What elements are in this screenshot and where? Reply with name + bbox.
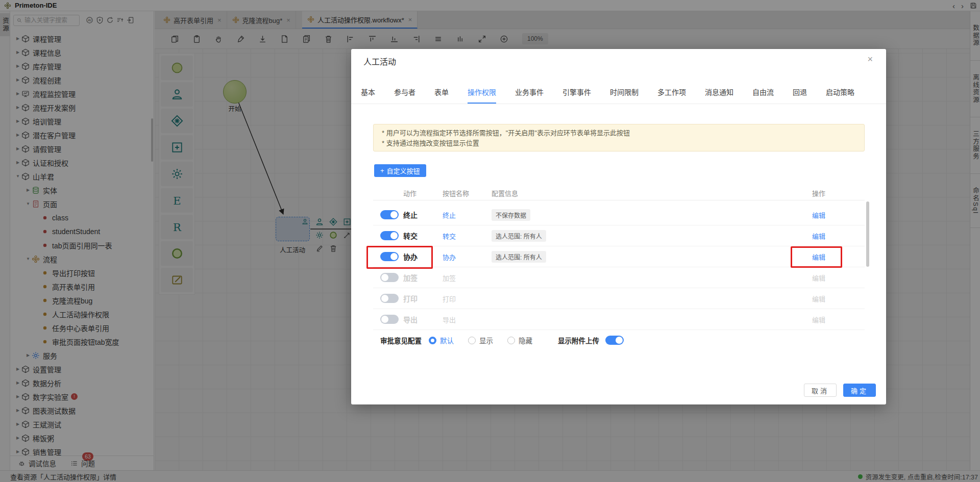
- table-row: 打印 打印 编辑: [373, 288, 865, 309]
- radio-label: 显示: [479, 335, 493, 345]
- notice-line-2: * 支持通过拖拽改变按钮显示位置: [382, 138, 856, 148]
- dialog-title: 人工活动: [363, 55, 396, 67]
- button-name-link[interactable]: 转交: [443, 231, 492, 241]
- edit-link[interactable]: 编辑: [812, 273, 865, 283]
- toggle-knob: [390, 253, 398, 260]
- dialog-tab[interactable]: 时间限制: [610, 87, 639, 104]
- action-table: 终止 终止 不保存数据 编辑 转交 转交 选人范围: 所有人 编辑 协办 协办 …: [373, 205, 865, 330]
- dialog-tab[interactable]: 基本: [361, 87, 375, 104]
- dialog-tab[interactable]: 引擎事件: [562, 87, 591, 104]
- attachment-upload-label: 显示附件上传: [558, 335, 599, 345]
- dialog-tab[interactable]: 参与者: [394, 87, 415, 104]
- dialog-tab[interactable]: 多工作项: [657, 87, 686, 104]
- dialog-tabs: 基本 参与者 表单 操作权限 业务事件 引擎事件 时间限制 多工作项 消息通知 …: [361, 87, 886, 104]
- opinion-config-label: 审批意见配置: [380, 335, 422, 345]
- enable-toggle[interactable]: [380, 315, 399, 324]
- dialog-tab[interactable]: 自由流: [752, 87, 774, 104]
- table-row: 导出 导出 编辑: [373, 309, 865, 330]
- dialog-tab[interactable]: 操作权限: [468, 87, 496, 104]
- enable-toggle[interactable]: [380, 273, 399, 282]
- enable-toggle[interactable]: [380, 231, 399, 240]
- edit-link[interactable]: 编辑: [812, 315, 865, 324]
- header-action: 动作: [403, 188, 443, 198]
- enable-toggle[interactable]: [380, 294, 399, 303]
- action-label: 打印: [403, 293, 443, 303]
- edit-link[interactable]: 编辑: [812, 294, 865, 303]
- toggle-knob: [381, 274, 388, 281]
- config-tag: 选人范围: 所有人: [492, 251, 546, 263]
- table-scrollbar[interactable]: [866, 201, 869, 267]
- edit-link[interactable]: 编辑: [812, 231, 865, 241]
- action-label: 加签: [403, 272, 443, 283]
- radio-label: 隐藏: [519, 335, 532, 345]
- dialog-tab[interactable]: 表单: [434, 87, 449, 104]
- enable-toggle[interactable]: [380, 252, 399, 261]
- manual-activity-dialog: 人工活动 × 基本 参与者 表单 操作权限 业务事件 引擎事件 时间限制 多工作…: [351, 49, 886, 404]
- dialog-tab[interactable]: 回退: [793, 87, 807, 104]
- toggle-knob: [616, 337, 623, 344]
- action-label: 导出: [403, 314, 443, 324]
- config-tag: 不保存数据: [492, 209, 530, 221]
- ok-button[interactable]: 确定: [843, 384, 876, 397]
- header-config: 配置信息: [492, 188, 812, 198]
- header-button-name: 按钮名称: [443, 188, 492, 198]
- table-header: 动作 按钮名称 配置信息 操作: [373, 186, 865, 200]
- notice-line-1: * 用户可以为流程指定环节选择所需按钮，"开关启用"表示对应环节表单将显示此按钮: [382, 128, 856, 138]
- radio-option[interactable]: 显示: [468, 335, 493, 345]
- button-name-link[interactable]: 加签: [443, 273, 492, 283]
- radio-option[interactable]: 默认: [429, 335, 454, 345]
- header-operation: 操作: [812, 188, 865, 198]
- add-custom-button[interactable]: + 自定义按钮: [374, 164, 426, 177]
- radio-option[interactable]: 隐藏: [507, 335, 532, 345]
- button-name-link[interactable]: 导出: [443, 315, 492, 324]
- attachment-upload-toggle[interactable]: [605, 336, 624, 345]
- edit-link[interactable]: 编辑: [812, 252, 865, 262]
- table-row: 终止 终止 不保存数据 编辑: [373, 205, 865, 225]
- dialog-tab[interactable]: 业务事件: [515, 87, 544, 104]
- close-icon[interactable]: ×: [867, 54, 873, 65]
- toggle-knob: [390, 232, 398, 239]
- plus-icon: +: [380, 167, 384, 174]
- opinion-config-row: 审批意见配置 默认 显示 隐藏 显示附件上传: [373, 333, 865, 348]
- dialog-tab[interactable]: 消息通知: [705, 87, 733, 104]
- action-label: 协办: [403, 251, 443, 262]
- toggle-knob: [390, 211, 398, 218]
- dialog-tab[interactable]: 启动策略: [826, 87, 854, 104]
- action-label: 转交: [403, 231, 443, 241]
- button-name-link[interactable]: 协办: [443, 252, 492, 262]
- button-name-link[interactable]: 终止: [443, 210, 492, 220]
- tabs-divider: [351, 104, 886, 104]
- config-tag: 选人范围: 所有人: [492, 230, 546, 242]
- edit-link[interactable]: 编辑: [812, 210, 865, 220]
- radio-icon[interactable]: [429, 337, 436, 344]
- radio-icon[interactable]: [468, 337, 476, 344]
- table-row: 加签 加签 编辑: [373, 267, 865, 288]
- radio-label: 默认: [440, 335, 454, 345]
- table-row: 协办 协办 选人范围: 所有人 编辑: [373, 246, 865, 267]
- action-label: 终止: [403, 210, 443, 220]
- table-row: 转交 转交 选人范围: 所有人 编辑: [373, 225, 865, 246]
- dialog-footer: 取消 确定: [804, 384, 876, 397]
- toggle-knob: [381, 295, 388, 302]
- button-name-link[interactable]: 打印: [443, 294, 492, 303]
- add-custom-button-label: 自定义按钮: [387, 166, 420, 175]
- radio-icon[interactable]: [507, 337, 515, 344]
- cancel-button[interactable]: 取消: [804, 384, 837, 397]
- toggle-knob: [381, 316, 388, 323]
- notice-box: * 用户可以为流程指定环节选择所需按钮，"开关启用"表示对应环节表单将显示此按钮…: [373, 124, 865, 151]
- enable-toggle[interactable]: [380, 210, 399, 219]
